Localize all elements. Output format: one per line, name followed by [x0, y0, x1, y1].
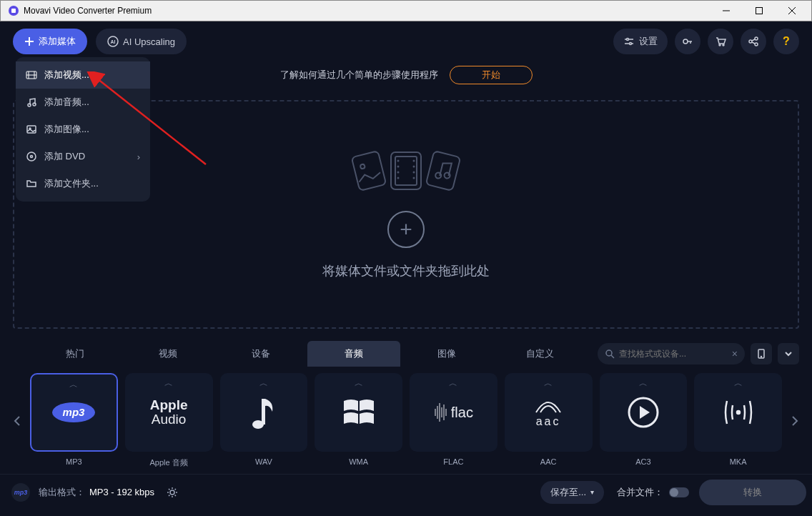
svg-point-49 [444, 172, 451, 179]
merge-toggle-group: 合并文件： [617, 486, 689, 499]
svg-point-17 [719, 44, 721, 46]
ai-upscaling-label: AI Upscaling [123, 36, 175, 47]
add-video-item[interactable]: 添加视频... [16, 61, 150, 89]
add-folder-item[interactable]: 添加文件夹... [16, 170, 150, 197]
convert-button[interactable]: 转换 [699, 480, 806, 505]
svg-point-32 [27, 152, 36, 161]
banner-text: 了解如何通过几个简单的步骤使用程序 [280, 69, 438, 81]
output-value: MP3 - 192 kbps [89, 487, 154, 497]
svg-point-20 [755, 37, 758, 40]
format-card-mka[interactable]: ︿ MKA [694, 373, 782, 468]
key-button[interactable] [675, 29, 700, 54]
apple-audio-icon: AppleAudio [150, 398, 188, 427]
search-input[interactable] [619, 349, 732, 359]
search-icon [605, 349, 615, 359]
svg-point-12 [627, 39, 629, 41]
svg-point-33 [31, 156, 33, 158]
cart-button[interactable] [708, 29, 733, 54]
mp3-icon: mp3 [49, 398, 99, 427]
svg-rect-57 [262, 399, 265, 425]
collapse-button[interactable] [778, 343, 799, 364]
top-toolbar: 添加媒体 AI AI Upscaling 设置 ? [0, 21, 812, 61]
output-settings-button[interactable] [166, 486, 179, 499]
format-card-mp3[interactable]: ︿ mp3 MP3 [30, 373, 118, 468]
svg-point-53 [761, 357, 762, 357]
format-tabs: 热门 视频 设备 音频 图像 自定义 × [0, 339, 812, 369]
format-card-aac[interactable]: ︿ aac AAC [505, 373, 593, 468]
svg-point-39 [397, 160, 400, 162]
chevron-down-icon [784, 349, 793, 358]
merge-toggle[interactable] [669, 487, 689, 497]
ai-upscaling-button[interactable]: AI AI Upscaling [96, 29, 187, 54]
svg-point-45 [413, 172, 415, 174]
next-formats[interactable] [782, 374, 808, 467]
sliders-icon [623, 36, 635, 47]
chevron-up-icon: ︿ [505, 377, 593, 390]
image-icon [26, 124, 37, 135]
svg-point-40 [397, 166, 400, 168]
add-video-label: 添加视频... [44, 69, 89, 81]
svg-point-19 [749, 40, 752, 43]
save-to-button[interactable]: 保存至... ▾ [540, 481, 604, 504]
add-image-label: 添加图像... [44, 123, 89, 136]
output-label: 输出格式： [39, 486, 85, 499]
format-card-apple[interactable]: ︿ AppleAudio Apple 音频 [125, 373, 213, 468]
svg-text:mp3: mp3 [63, 406, 86, 418]
svg-point-21 [755, 43, 758, 46]
tab-popular[interactable]: 热门 [29, 341, 122, 367]
format-card-wma[interactable]: ︿ WMA [315, 373, 402, 468]
clear-icon[interactable]: × [732, 348, 738, 359]
folder-icon [26, 178, 37, 189]
svg-point-13 [630, 43, 632, 45]
bottom-bar: mp3 输出格式： MP3 - 192 kbps 保存至... ▾ 合并文件： … [0, 474, 812, 510]
help-button[interactable]: ? [773, 29, 799, 54]
tab-custom[interactable]: 自定义 [493, 341, 586, 367]
prev-formats[interactable] [4, 374, 30, 467]
svg-point-41 [397, 172, 400, 174]
close-button[interactable] [776, 1, 808, 21]
format-card-ac3[interactable]: ︿ AC3 [600, 373, 688, 468]
settings-button[interactable]: 设置 [613, 29, 668, 54]
chevron-up-icon: ︿ [220, 377, 308, 390]
svg-point-50 [606, 350, 612, 356]
plus-icon [24, 36, 34, 46]
media-icons [352, 149, 460, 192]
svg-point-28 [28, 104, 31, 106]
add-media-dropdown: 添加视频... 添加音频... 添加图像... 添加 DVD › 添加文件夹..… [16, 57, 150, 202]
minimize-button[interactable] [710, 1, 743, 21]
key-icon [682, 36, 693, 47]
format-card-flac[interactable]: ︿ flac FLAC [410, 373, 497, 468]
svg-line-51 [611, 355, 614, 358]
tab-images[interactable]: 图像 [400, 341, 493, 367]
svg-point-44 [413, 166, 415, 168]
chevron-up-icon: ︿ [600, 377, 688, 390]
start-button[interactable]: 开始 [450, 66, 533, 84]
svg-point-14 [683, 39, 688, 44]
chevron-up-icon: ︿ [125, 377, 213, 390]
format-card-wav[interactable]: ︿ WAV [220, 373, 308, 468]
add-image-item[interactable]: 添加图像... [16, 116, 150, 143]
share-button[interactable] [741, 29, 766, 54]
svg-point-18 [723, 44, 724, 46]
svg-line-23 [752, 42, 755, 44]
aac-icon: aac [530, 397, 566, 428]
ai-icon: AI [107, 36, 119, 47]
settings-label: 设置 [639, 35, 658, 48]
ac3-icon [625, 395, 661, 430]
chevron-down-icon: ▾ [590, 488, 594, 496]
tab-video[interactable]: 视频 [122, 341, 214, 367]
add-dvd-item[interactable]: 添加 DVD › [16, 143, 150, 170]
wma-icon [341, 397, 377, 428]
cart-icon [715, 36, 726, 47]
format-search[interactable]: × [598, 343, 745, 364]
tab-devices[interactable]: 设备 [214, 341, 307, 367]
video-icon [26, 69, 37, 81]
add-media-button[interactable]: 添加媒体 [13, 29, 87, 54]
tab-audio[interactable]: 音频 [307, 341, 400, 367]
maximize-button[interactable] [743, 1, 776, 21]
add-audio-item[interactable]: 添加音频... [16, 89, 150, 116]
dvd-icon [26, 151, 37, 162]
svg-line-22 [752, 39, 755, 41]
detect-device-button[interactable] [751, 343, 772, 364]
svg-rect-3 [756, 8, 763, 14]
